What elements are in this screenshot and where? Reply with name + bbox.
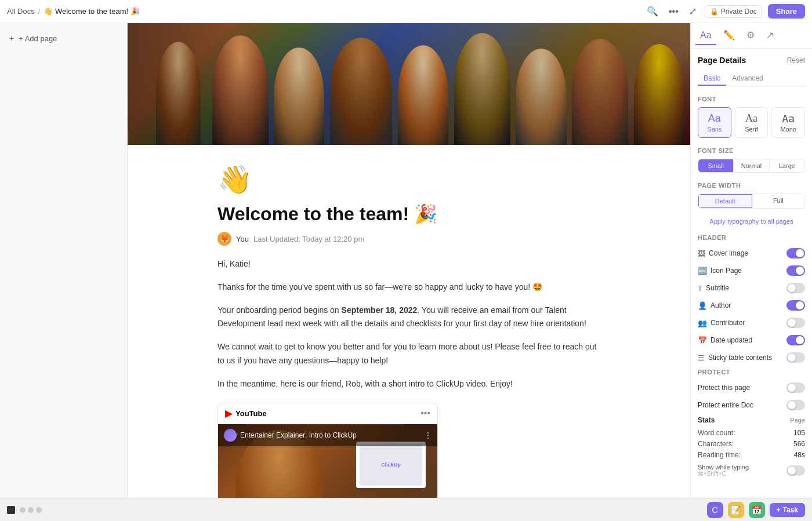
tab-basic[interactable]: Basic [698,72,726,86]
breadcrumb-separator: / [38,7,41,16]
font-sans[interactable]: Aa Sans [698,107,731,138]
reading-time-row: Reading time: 48s [698,451,805,459]
add-task-button[interactable]: + Task [770,503,805,517]
show-typing-row: Show while typing ⌘+Shift+C [698,464,805,477]
font-serif-preview: Aa [738,112,766,125]
font-options: Aa Sans Aa Serif Aa Mono [698,107,805,138]
cover-image-label: Cover image [709,249,748,257]
stats-page-dropdown[interactable]: Page [790,417,805,424]
search-icon[interactable]: 🔍 [644,3,661,19]
youtube-title-bar: Entertainer Explainer: Intro to ClickUp … [218,424,437,446]
date-updated-label: Date updated [710,336,752,344]
icon-page-label: Icon Page [710,267,742,275]
font-serif-label: Serif [745,126,758,133]
author-toggle-knob [796,301,804,309]
breadcrumb: All Docs / 👋 Welcome to the team! 🎉 [7,7,140,16]
stats-section: Stats Page Word count: 105 Characters: 5… [698,416,805,477]
date-updated-toggle[interactable] [786,335,805,345]
paragraph-2: Thanks for the time you've spent with us… [217,280,600,294]
contributor-row: 👥 Contributor [698,316,805,329]
paragraph-5: In the meantime, here is our friend, Rob… [217,377,600,391]
add-page-label: + Add page [19,34,57,43]
width-full[interactable]: Full [752,194,805,208]
reading-time-value: 48s [794,451,805,459]
yt-menu-icon[interactable]: ⋮ [425,431,432,439]
font-serif[interactable]: Aa Serif [735,107,768,138]
size-large[interactable]: Large [770,159,804,172]
panel-reset-button[interactable]: Reset [787,56,805,64]
show-typing-toggle[interactable] [786,465,805,476]
subtitle-label: Subtitle [706,284,729,292]
size-small[interactable]: Small [698,159,734,172]
page-width-label: Page Width [698,182,805,189]
subtitle-toggle[interactable] [786,283,805,293]
size-normal[interactable]: Normal [734,159,769,172]
expand-icon[interactable]: ⤢ [687,3,699,19]
cover-image-toggle[interactable] [786,248,805,258]
author-toggle[interactable] [786,300,805,311]
panel-tab-settings[interactable]: ⚙ [742,26,759,45]
bottom-right: C 📝 📅 + Task [707,502,805,518]
bottom-bar-indicator [7,506,15,514]
width-options: Default Full [698,194,805,209]
youtube-icon: ▶ [225,408,232,419]
protect-page-toggle[interactable] [786,382,805,393]
show-typing-left: Show while typing ⌘+Shift+C [698,464,749,477]
author-label: Author [710,301,731,309]
tab-advanced[interactable]: Advanced [726,72,768,86]
panel-body: Page Details Reset Basic Advanced Font A… [691,49,812,484]
word-count-value: 105 [793,429,805,437]
avatar: 🦊 [217,232,231,246]
topbar-right: 🔍 ••• ⤢ 🔒 Private Doc Share [644,3,805,19]
show-typing-toggle-knob [788,467,796,475]
contributor-label: Contributor [710,319,745,327]
clickup-app-icon[interactable]: C [707,502,723,518]
panel-tab-text[interactable]: Aa [695,27,716,45]
clickup-logo-small [224,429,237,442]
lock-icon: 🔒 [710,8,719,16]
breadcrumb-all-docs[interactable]: All Docs [7,7,35,16]
protect-section-title: PROTECT [698,369,805,376]
page-title: Welcome to the team! 🎉 [217,203,600,225]
youtube-more-icon[interactable]: ••• [420,408,430,418]
youtube-embed: ▶ YouTube ••• ClickUp Entertainer Explai [217,403,438,498]
thumbnail-screen-inner: ClickUp [360,444,422,486]
notes-app-icon[interactable]: 📝 [728,502,744,518]
protect-page-toggle-knob [788,384,796,392]
header-section-title: HEADER [698,234,805,241]
font-mono[interactable]: Aa Mono [771,107,805,138]
cover-image-row: 🖼 Cover image [698,247,805,260]
protect-doc-toggle[interactable] [786,400,805,410]
sticky-toc-toggle[interactable] [786,352,805,363]
add-page-item[interactable]: + + Add page [0,30,127,46]
show-typing-shortcut: ⌘+Shift+C [698,471,749,477]
calendar-app-icon[interactable]: 📅 [749,502,765,518]
youtube-logo: ▶ YouTube [225,408,267,419]
cover-image [128,23,690,145]
panel-tab-share[interactable]: ↗ [762,26,778,45]
width-default[interactable]: Default [698,194,752,208]
sticky-toc-left: ☰ Sticky table contents [698,354,772,362]
content-area: 👋 Welcome to the team! 🎉 🦊 You Last Upda… [128,23,690,498]
add-task-label: Task [783,506,798,514]
subtitle-row: T Subtitle [698,282,805,294]
icon-page-toggle-knob [796,267,804,275]
private-doc-badge[interactable]: 🔒 Private Doc [705,5,762,18]
icon-page-toggle[interactable] [786,265,805,276]
icon-page-left: 🔤 Icon Page [698,267,742,275]
doc-meta: 🦊 You Last Updated: Today at 12:20 pm [217,232,600,246]
plus-icon: + [777,506,781,514]
share-button[interactable]: Share [768,4,805,19]
protect-doc-toggle-knob [788,401,796,409]
panel-icon-tabs: Aa ✏️ ⚙ ↗ [691,23,812,49]
wave-emoji: 👋 [217,163,600,196]
apply-typography-link[interactable]: Apply typography to all pages [698,218,805,225]
word-count-row: Word count: 105 [698,429,805,437]
youtube-thumbnail[interactable]: ClickUp Entertainer Explainer: Intro to … [218,424,437,498]
panel-tab-brush[interactable]: ✏️ [719,26,740,45]
contributor-toggle[interactable] [786,318,805,328]
youtube-brand-label: YouTube [235,409,267,418]
more-options-icon[interactable]: ••• [666,4,681,19]
icon-page-icon: 🔤 [698,267,707,275]
icon-page-row: 🔤 Icon Page [698,264,805,277]
